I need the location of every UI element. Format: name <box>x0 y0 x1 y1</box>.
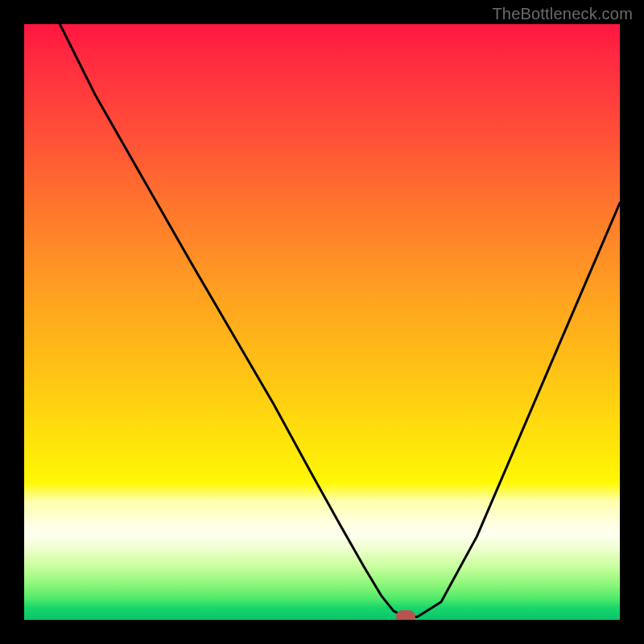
plot-area <box>24 24 620 620</box>
chart-frame: TheBottleneck.com <box>0 0 644 644</box>
bottleneck-curve <box>24 24 620 620</box>
watermark-text: TheBottleneck.com <box>492 5 633 23</box>
optimal-point-marker <box>396 610 415 620</box>
